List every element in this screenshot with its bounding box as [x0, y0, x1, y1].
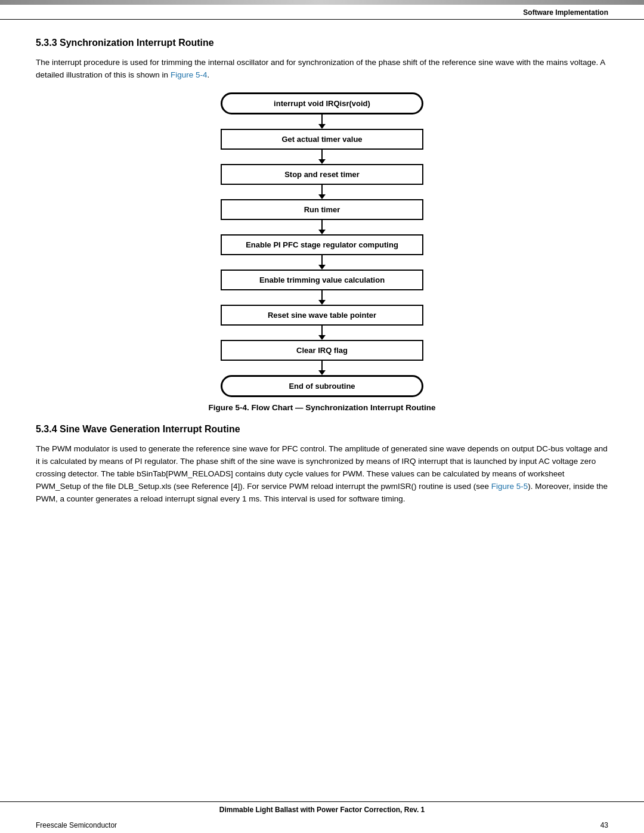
figure-54-link[interactable]: Figure 5-4 — [171, 70, 208, 79]
arrow-2 — [318, 185, 326, 199]
arrow-3 — [318, 220, 326, 234]
flowchart-node-6: Reset sine wave table pointer — [221, 305, 423, 326]
footer-page-number: 43 — [600, 821, 608, 829]
flowchart-node-5: Enable trimming value calculation — [221, 270, 423, 290]
section-533-text: The interrupt procedure is used for trim… — [36, 58, 605, 79]
arrow-6 — [318, 326, 326, 340]
section-534-body: The PWM modulator is used to generate th… — [36, 443, 608, 506]
flowchart-node-end: End of subroutine — [221, 375, 423, 397]
flowchart-node-3: Run timer — [221, 199, 423, 220]
header-section: Software Implementation — [0, 5, 644, 20]
flowchart-node-1: Get actual timer value — [221, 129, 423, 150]
footer-left: Freescale Semiconductor — [36, 821, 117, 829]
footer-wrap: Dimmable Light Ballast with Power Factor… — [0, 801, 644, 833]
flowchart-node-7: Clear IRQ flag — [221, 340, 423, 361]
flowchart-node-4: Enable PI PFC stage regulator computing — [221, 234, 423, 255]
page-container: Software Implementation 5.3.3 Synchroniz… — [0, 0, 644, 833]
main-content: 5.3.3 Synchronization Interrupt Routine … — [0, 20, 644, 801]
figure-55-link[interactable]: Figure 5-5 — [491, 482, 528, 491]
section-534-heading: 5.3.4 Sine Wave Generation Interrupt Rou… — [36, 424, 608, 435]
arrow-7 — [318, 361, 326, 375]
top-bar — [0, 0, 644, 5]
flowchart-node-start: interrupt void IRQisr(void) — [221, 92, 423, 114]
arrow-4 — [318, 255, 326, 270]
section-533-heading: 5.3.3 Synchronization Interrupt Routine — [36, 38, 608, 48]
header-label: Software Implementation — [523, 8, 608, 17]
arrow-1 — [318, 150, 326, 164]
arrow-5 — [318, 290, 326, 305]
flowchart: interrupt void IRQisr(void) Get actual t… — [173, 92, 471, 397]
footer-center: Dimmable Light Ballast with Power Factor… — [0, 802, 644, 817]
figure-caption: Figure 5-4. Flow Chart — Synchronization… — [36, 403, 608, 412]
footer-bottom: Freescale Semiconductor 43 — [0, 817, 644, 833]
flowchart-node-2: Stop and reset timer — [221, 164, 423, 185]
section-533-body: The interrupt procedure is used for trim… — [36, 57, 608, 82]
section-533-period: . — [207, 70, 209, 79]
arrow-0 — [318, 114, 326, 129]
